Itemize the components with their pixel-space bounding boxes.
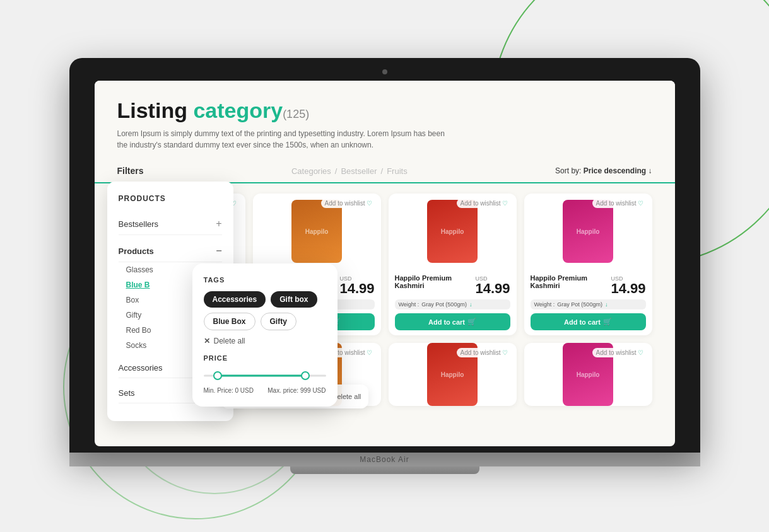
product-weight-3[interactable]: Weight : Gray Pot (500gm) ↓ (395, 299, 510, 309)
laptop-screen-frame: Listing category(125) Lorem Ipsum is sim… (69, 58, 700, 453)
breadcrumb-fruits[interactable]: Fruits (387, 166, 408, 176)
sort-label: Sort by: (555, 166, 581, 175)
add-to-cart-button-3[interactable]: Add to cart 🛒 (395, 313, 510, 330)
wishlist-button-8[interactable]: Add to wishlist ♡ (592, 348, 647, 357)
close-icon-tags: ✕ (204, 337, 210, 345)
product-price-3: 14.99 (475, 282, 510, 296)
product-image-2: Happilo (291, 200, 342, 263)
product-price-2: 14.99 (339, 282, 374, 296)
laptop-base: MacBook Air (69, 453, 700, 466)
price-labels: Min. Price: 0 USD Max. price: 999 USD (204, 387, 326, 394)
product-card-7: Happilo Add to wishlist ♡ (389, 343, 517, 406)
sidebar-bestsellers-expand-icon: + (216, 218, 221, 229)
listing-accent: category (193, 98, 283, 122)
tags-delete-all-button[interactable]: ✕ Delete all (204, 337, 326, 345)
cart-icon-4: 🛒 (603, 318, 612, 326)
tag-chip-accessories[interactable]: Accessories (204, 291, 266, 308)
product-image-wrap-2: Happilo Add to wishlist ♡ (253, 194, 381, 269)
price-max-label: Max. price: 999 USD (267, 387, 326, 394)
tags-section-title: TAGS (204, 276, 326, 284)
price-min-label: Min. Price: 0 USD (204, 387, 254, 394)
tag-chip-giftbox[interactable]: Gift box (271, 291, 317, 308)
heart-icon-6: ♡ (367, 349, 372, 356)
heart-icon-3: ♡ (502, 200, 508, 207)
product-weight-4[interactable]: Weight : Gray Pot (500gm) ↓ (531, 299, 646, 309)
laptop-device: Listing category(125) Lorem Ipsum is sim… (69, 58, 700, 474)
weight-value-4: Gray Pot (500gm) (557, 301, 602, 308)
wishlist-label-4: Add to wishlist (596, 200, 637, 207)
product-card-4: Happilo Add to wishlist ♡ Happilo Premiu… (524, 194, 652, 335)
laptop-screen: Listing category(125) Lorem Ipsum is sim… (95, 81, 675, 446)
listing-count: (125) (283, 108, 309, 120)
heart-icon-8: ♡ (638, 349, 643, 356)
price-section-title: PRICE (204, 354, 326, 362)
filters-button[interactable]: Filters (117, 166, 144, 176)
breadcrumb: Categories / Bestseller / Fruits (291, 166, 408, 176)
sort-value: Price descending ↓ (584, 166, 652, 175)
price-slider-thumb-right[interactable] (301, 371, 310, 380)
wishlist-label-7: Add to wishlist (461, 349, 501, 356)
product-image-wrap-4: Happilo Add to wishlist ♡ (524, 194, 652, 269)
laptop-stand (290, 466, 479, 474)
product-name-4: Happilo Premium Kashmiri (531, 274, 611, 289)
sidebar-item-bestsellers[interactable]: Bestsellers + (119, 213, 222, 235)
product-price-4: 14.99 (611, 282, 645, 296)
product-name-3: Happilo Premium Kashmiri (395, 274, 476, 289)
wishlist-button-2[interactable]: Add to wishlist ♡ (321, 199, 376, 208)
heart-icon-7: ♡ (502, 349, 508, 356)
wishlist-label-2: Add to wishlist (325, 200, 365, 207)
product-card-8: Happilo Add to wishlist ♡ (524, 343, 652, 406)
laptop-camera (382, 69, 387, 74)
wishlist-button-4[interactable]: Add to wishlist ♡ (592, 199, 647, 208)
product-info-3: Happilo Premium Kashmiri USD 14.99 Weigh… (389, 269, 517, 335)
wishlist-label-3: Add to wishlist (461, 200, 501, 207)
price-slider[interactable] (204, 369, 326, 382)
sidebar-item-products[interactable]: Products − (119, 240, 222, 262)
listing-title: Listing category(125) (117, 98, 652, 123)
weight-label-4: Weight : (534, 301, 555, 308)
sidebar-accessories-label: Accessories (119, 363, 163, 373)
tags-row: Accessories Gift box Blue Box Gifty (204, 291, 326, 330)
tags-delete-all-label: Delete all (214, 337, 245, 345)
laptop-brand-label: MacBook Air (69, 453, 700, 466)
screen-header: Listing category(125) Lorem Ipsum is sim… (95, 81, 675, 159)
sidebar-bestsellers-label: Bestsellers (119, 219, 159, 229)
sidebar-products-label: Products (119, 246, 154, 256)
cart-label-4: Add to cart (564, 318, 601, 326)
product-info-4: Happilo Premium Kashmiri USD 14.99 Weigh… (524, 269, 652, 335)
breadcrumb-bestseller[interactable]: Bestseller (341, 166, 377, 176)
wishlist-button-3[interactable]: Add to wishlist ♡ (457, 199, 512, 208)
sidebar-sets-label: Sets (119, 388, 135, 398)
product-image-wrap-8: Happilo Add to wishlist ♡ (524, 343, 652, 406)
heart-icon-4: ♡ (638, 200, 643, 207)
cart-label-3: Add to cart (428, 318, 465, 326)
product-image-3: Happilo (427, 200, 478, 263)
listing-description: Lorem Ipsum is simply dummy text of the … (117, 128, 445, 151)
weight-arrow-3: ↓ (469, 301, 473, 308)
sidebar-title: PRODUCTS (119, 194, 222, 203)
product-image-wrap-3: Happilo Add to wishlist ♡ (389, 194, 517, 269)
sort-by[interactable]: Sort by: Price descending ↓ (555, 166, 652, 175)
price-slider-fill (216, 375, 308, 377)
filters-bar: Filters Categories / Bestseller / Fruits… (95, 159, 675, 183)
weight-label-3: Weight : (399, 301, 420, 308)
listing-prefix: Listing (117, 98, 194, 122)
sidebar-products-collapse-icon: − (216, 245, 221, 257)
weight-value-3: Gray Pot (500gm) (421, 301, 467, 308)
heart-icon-2: ♡ (367, 200, 372, 207)
breadcrumb-categories[interactable]: Categories (291, 166, 331, 176)
wishlist-label-8: Add to wishlist (596, 349, 637, 356)
weight-arrow-4: ↓ (605, 301, 608, 308)
wishlist-button-7[interactable]: Add to wishlist ♡ (457, 348, 512, 357)
tags-filter-panel: TAGS Accessories Gift box Blue Box Gifty… (192, 263, 338, 407)
product-card-3: Happilo Add to wishlist ♡ Happilo Premiu… (389, 194, 517, 335)
cart-icon-3: 🛒 (467, 318, 476, 326)
sidebar-section-bestsellers: Bestsellers + (119, 213, 222, 235)
price-slider-thumb-left[interactable] (213, 371, 222, 380)
tag-chip-gifty[interactable]: Gifty (261, 313, 296, 330)
product-image-4: Happilo (563, 200, 613, 263)
product-image-wrap-7: Happilo Add to wishlist ♡ (389, 343, 517, 406)
add-to-cart-button-4[interactable]: Add to cart 🛒 (531, 313, 646, 330)
tag-chip-bluebox[interactable]: Blue Box (204, 313, 255, 330)
